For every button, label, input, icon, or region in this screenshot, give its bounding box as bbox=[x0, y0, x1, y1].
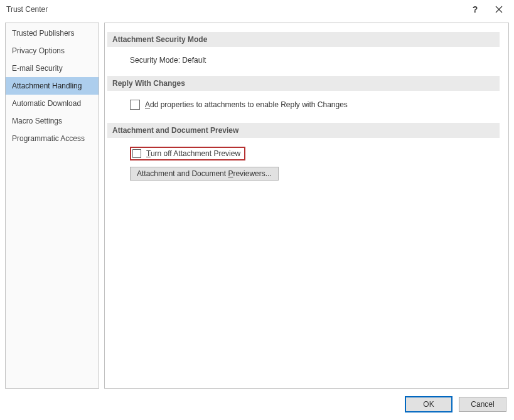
section-body-attachment-preview: Turn off Attachment Preview Attachment a… bbox=[107, 147, 500, 192]
sidebar-item-attachment-handling[interactable]: Attachment Handling bbox=[6, 77, 99, 95]
window-title: Trust Center bbox=[6, 5, 469, 14]
sidebar-item-label: Programmatic Access bbox=[12, 134, 85, 143]
sidebar-item-label: Privacy Options bbox=[12, 46, 65, 55]
section-body-security-mode: Security Mode: Default bbox=[107, 56, 500, 76]
section-heading-security-mode: Attachment Security Mode bbox=[107, 32, 500, 47]
checkbox-icon bbox=[130, 100, 140, 110]
checkbox-row-turn-off-preview[interactable]: Turn off Attachment Preview bbox=[130, 147, 245, 160]
sidebar-item-label: Macro Settings bbox=[12, 117, 62, 125]
checkbox-label-turn-off-preview: Turn off Attachment Preview bbox=[146, 149, 240, 158]
section-heading-attachment-preview: Attachment and Document Preview bbox=[107, 123, 500, 138]
checkbox-icon bbox=[132, 149, 141, 158]
sidebar-item-automatic-download[interactable]: Automatic Download bbox=[6, 95, 99, 112]
checkbox-label-add-properties: Add properties to attachments to enable … bbox=[145, 100, 348, 109]
sidebar-item-email-security[interactable]: E-mail Security bbox=[6, 60, 99, 77]
sidebar-item-privacy-options[interactable]: Privacy Options bbox=[6, 42, 99, 60]
sidebar-item-trusted-publishers[interactable]: Trusted Publishers bbox=[6, 24, 99, 42]
titlebar-buttons: ? bbox=[469, 4, 508, 14]
sidebar-item-programmatic-access[interactable]: Programmatic Access bbox=[6, 130, 99, 147]
ok-button[interactable]: OK bbox=[405, 396, 452, 412]
sidebar: Trusted Publishers Privacy Options E-mai… bbox=[5, 23, 99, 389]
titlebar: Trust Center ? bbox=[0, 0, 514, 19]
section-heading-reply-changes: Reply With Changes bbox=[107, 76, 500, 91]
sidebar-item-label: Automatic Download bbox=[12, 99, 81, 108]
sidebar-item-label: E-mail Security bbox=[12, 64, 63, 73]
close-icon[interactable] bbox=[495, 6, 508, 13]
previewers-button[interactable]: Attachment and Document Previewers... bbox=[130, 167, 279, 181]
content-panel: Attachment Security Mode Security Mode: … bbox=[104, 23, 509, 389]
help-icon[interactable]: ? bbox=[469, 4, 481, 14]
checkbox-row-add-properties[interactable]: Add properties to attachments to enable … bbox=[130, 100, 348, 110]
sidebar-item-macro-settings[interactable]: Macro Settings bbox=[6, 112, 99, 130]
sidebar-item-label: Attachment Handling bbox=[12, 81, 82, 90]
sidebar-item-label: Trusted Publishers bbox=[12, 29, 75, 38]
previewers-button-label: Attachment and Document Previewers... bbox=[137, 169, 272, 178]
previewers-button-row: Attachment and Document Previewers... bbox=[130, 160, 500, 181]
security-mode-text: Security Mode: Default bbox=[130, 56, 206, 65]
main-area: Trusted Publishers Privacy Options E-mai… bbox=[0, 19, 514, 389]
cancel-button[interactable]: Cancel bbox=[459, 397, 506, 412]
section-body-reply-changes: Add properties to attachments to enable … bbox=[107, 100, 500, 123]
dialog-footer: OK Cancel bbox=[0, 389, 514, 420]
